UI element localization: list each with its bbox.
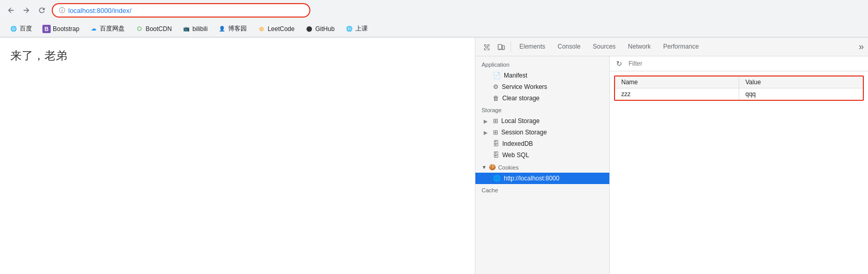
idb-arrow <box>484 141 490 147</box>
sw-label: Service Workers <box>502 83 547 90</box>
svg-rect-2 <box>502 45 504 50</box>
github-icon: ⬤ <box>305 25 313 33</box>
manifest-arrow <box>484 73 490 79</box>
sidebar-item-indexeddb[interactable]: 🗄 IndexedDB <box>475 138 609 149</box>
ss-arrow: ▶ <box>484 130 490 135</box>
refresh-button[interactable]: ↻ <box>614 58 624 69</box>
devtools-sidebar: Application 📄 Manifest ⚙ Service Workers… <box>475 56 610 274</box>
devtools-body: Application 📄 Manifest ⚙ Service Workers… <box>475 56 868 274</box>
websql-icon: 🗄 <box>493 151 499 159</box>
main-area: 来了，老弟 Elements Console Sources Network P… <box>0 38 868 274</box>
bookmark-github-label: GitHub <box>315 25 334 33</box>
bookmark-bootcdn[interactable]: ⬡ BootCDN <box>131 23 176 35</box>
tab-separator <box>511 42 511 52</box>
sidebar-item-local-storage[interactable]: ▶ ⊞ Local Storage <box>475 115 609 127</box>
bookmark-bilibili-label: bilibili <box>192 25 207 33</box>
bookmark-baidupan[interactable]: ☁ 百度网盘 <box>85 23 129 35</box>
shangke-icon: 🌐 <box>345 25 353 33</box>
reload-button[interactable] <box>36 5 48 16</box>
nav-bar: ⓘ <box>0 0 868 21</box>
cookie-localhost-icon: 🌐 <box>493 175 501 182</box>
address-bar[interactable]: ⓘ <box>52 3 310 18</box>
bilibili-icon: 📺 <box>182 25 190 33</box>
bookmark-shangke[interactable]: 🌐 上课 <box>341 23 372 35</box>
bootstrap-icon: B <box>42 25 51 33</box>
ls-label: Local Storage <box>501 117 540 125</box>
col-name: Name <box>615 77 739 88</box>
address-input[interactable] <box>68 7 303 14</box>
manifest-label: Manifest <box>504 72 527 79</box>
tab-performance[interactable]: Performance <box>657 38 705 56</box>
leetcode-icon: ◎ <box>257 25 265 33</box>
device-toolbar-button[interactable] <box>494 40 508 54</box>
forward-button[interactable] <box>21 5 32 16</box>
filter-bar: ↻ <box>610 56 868 71</box>
storage-section-label: Storage <box>475 104 609 115</box>
table-header: Name Value <box>615 77 863 88</box>
ls-arrow: ▶ <box>484 118 490 124</box>
more-tabs-icon[interactable]: » <box>859 41 864 52</box>
back-button[interactable] <box>5 5 17 16</box>
bookmark-baidupan-label: 百度网盘 <box>100 24 125 33</box>
cookies-label: Cookies <box>498 164 519 171</box>
address-bar-wrap: ⓘ <box>52 3 310 18</box>
page-text: 来了，老弟 <box>10 48 465 64</box>
baidupan-icon: ☁ <box>89 25 98 33</box>
sw-icon: ⚙ <box>493 83 499 90</box>
idb-icon: 🗄 <box>493 140 499 147</box>
bookmark-bilibili[interactable]: 📺 bilibili <box>178 23 212 35</box>
tab-network[interactable]: Network <box>622 38 657 56</box>
page-content: 来了，老弟 <box>0 38 475 274</box>
bookmark-bootstrap[interactable]: B Bootstrap <box>38 23 83 35</box>
sidebar-item-cookie-localhost[interactable]: 🌐 http://localhost:8000 <box>475 173 609 184</box>
bookmark-baidu-label: 百度 <box>20 24 32 33</box>
sw-arrow <box>484 84 490 90</box>
browser-chrome: ⓘ 🌐 百度 B Bootstrap ☁ 百度网盘 ⬡ BootCDN 📺 bi… <box>0 0 868 38</box>
storage-table: Name Value zzz qqq <box>614 75 864 101</box>
table-row[interactable]: zzz qqq <box>615 88 863 100</box>
filter-input[interactable] <box>628 60 864 67</box>
devtools-tabs-bar: Elements Console Sources Network Perform… <box>475 38 868 56</box>
sidebar-item-service-workers[interactable]: ⚙ Service Workers <box>475 81 609 93</box>
idb-label: IndexedDB <box>502 140 533 147</box>
lock-icon: ⓘ <box>59 6 65 15</box>
application-section-label: Application <box>475 58 609 70</box>
bokeyuan-icon: 👤 <box>218 25 226 33</box>
bookmark-baidu[interactable]: 🌐 百度 <box>5 23 36 35</box>
cookie-arrow <box>484 176 490 181</box>
cookies-folder-icon: 🍪 <box>489 164 496 171</box>
bookmark-leetcode-label: LeetCode <box>267 25 294 33</box>
tab-console[interactable]: Console <box>551 38 587 56</box>
bookmarks-bar: 🌐 百度 B Bootstrap ☁ 百度网盘 ⬡ BootCDN 📺 bili… <box>0 21 868 37</box>
baidu-icon: 🌐 <box>9 25 18 33</box>
bookmark-leetcode[interactable]: ◎ LeetCode <box>253 23 298 35</box>
cookies-section-label: ▼ 🍪 Cookies <box>475 161 609 173</box>
devtools-main-panel: ↻ Name Value zzz qqq <box>610 56 868 274</box>
cookies-expand-arrow: ▼ <box>482 164 487 170</box>
websql-label: Web SQL <box>502 151 529 159</box>
cache-section-label: Cache <box>475 184 609 195</box>
svg-rect-0 <box>486 46 488 48</box>
tab-sources[interactable]: Sources <box>587 38 622 56</box>
sidebar-item-clear-storage[interactable]: 🗑 Clear storage <box>475 93 609 104</box>
websql-arrow <box>484 153 490 158</box>
sidebar-item-web-sql[interactable]: 🗄 Web SQL <box>475 149 609 161</box>
clear-arrow <box>484 96 490 101</box>
sidebar-item-session-storage[interactable]: ▶ ⊞ Session Storage <box>475 127 609 138</box>
bootcdn-icon: ⬡ <box>135 25 143 33</box>
ss-icon: ⊞ <box>493 129 498 136</box>
bookmark-github[interactable]: ⬤ GitHub <box>301 23 338 35</box>
tab-elements[interactable]: Elements <box>513 38 551 56</box>
clear-icon: 🗑 <box>493 95 499 102</box>
bookmark-bokeyuan[interactable]: 👤 博客园 <box>214 23 251 35</box>
bookmark-shangke-label: 上课 <box>355 24 368 33</box>
cell-name: zzz <box>615 88 739 100</box>
cookie-localhost-label: http://localhost:8000 <box>504 175 559 182</box>
ss-label: Session Storage <box>501 129 547 136</box>
bookmark-bootcdn-label: BootCDN <box>145 25 172 33</box>
inspect-element-button[interactable] <box>480 40 494 54</box>
ls-icon: ⊞ <box>493 117 498 125</box>
sidebar-item-manifest[interactable]: 📄 Manifest <box>475 70 609 81</box>
clear-label: Clear storage <box>502 95 540 102</box>
devtools-panel: Elements Console Sources Network Perform… <box>475 38 868 274</box>
